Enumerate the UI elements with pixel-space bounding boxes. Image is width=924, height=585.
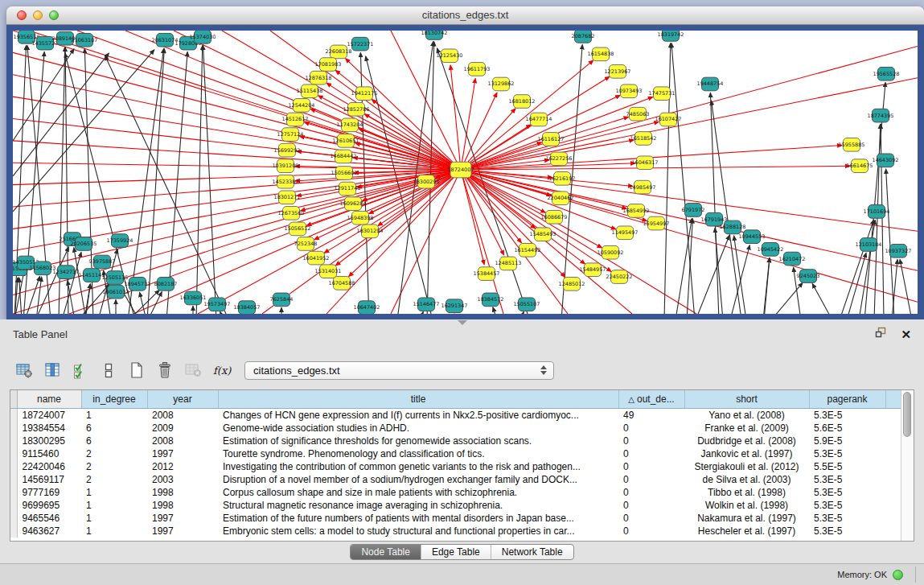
network-canvas[interactable]: 2260831817081983128763181511543812544204… <box>13 31 918 314</box>
table-row[interactable]: 1456911722003Disruption of a novel membe… <box>10 473 901 486</box>
row-selection-icon[interactable] <box>96 358 121 382</box>
column-header-title[interactable]: title <box>218 390 618 409</box>
table-cell: Hescheler et al. (1997) <box>684 525 809 538</box>
graph-node[interactable]: 8082187 <box>154 278 178 291</box>
show-columns-icon[interactable] <box>39 358 65 382</box>
graph-node[interactable]: 15314031 <box>315 265 342 278</box>
graph-node[interactable]: 19611793 <box>464 63 491 76</box>
graph-node[interactable]: 18724007 <box>448 162 474 178</box>
graph-node[interactable]: 13129862 <box>488 77 515 91</box>
graph-node[interactable]: 15384457 <box>474 267 500 281</box>
graph-node[interactable]: 18301294 <box>357 225 384 238</box>
table-row[interactable]: 977716911998Corpus callosum shape and si… <box>10 486 901 499</box>
column-header-outde[interactable]: △out_de... <box>618 390 684 409</box>
graph-node[interactable]: 7485063 <box>626 107 650 121</box>
graph-node[interactable]: 16046317 <box>632 156 659 170</box>
table-row[interactable]: 946554611997Estimation of the future num… <box>10 512 901 525</box>
graph-node[interactable]: 22608318 <box>326 45 352 59</box>
graph-node[interactable]: 12757124 <box>277 128 304 142</box>
graph-node[interactable]: 10945422 <box>758 243 784 257</box>
column-header-indegree[interactable]: in_degree <box>81 390 147 409</box>
graph-node[interactable]: 16116127 <box>538 133 565 146</box>
graph-node[interactable]: 16154838 <box>588 47 614 61</box>
graph-node[interactable]: 14523382 <box>273 175 299 188</box>
tab-edge-table[interactable]: Edge Table <box>421 545 491 559</box>
table-selector-dropdown[interactable]: citations_edges.txt <box>244 361 554 380</box>
graph-node[interactable]: 6791972 <box>682 204 705 217</box>
graph-node[interactable]: 15699292 <box>274 143 301 157</box>
graph-node[interactable]: 10391209 <box>273 159 299 173</box>
graph-node[interactable]: 16041952 <box>303 251 330 265</box>
graph-node[interactable]: 11495497 <box>612 226 639 240</box>
graph-node[interactable]: 12103184 <box>856 238 882 252</box>
graph-node[interactable]: 18384057 <box>234 301 261 314</box>
table-row[interactable]: 1830029562008Estimation of significance … <box>10 435 901 447</box>
graph-node[interactable]: 18319742 <box>658 31 684 41</box>
close-panel-icon[interactable]: ✕ <box>901 328 911 340</box>
table-row[interactable]: 2242004622012Investigating the contribut… <box>10 460 901 473</box>
float-panel-icon[interactable] <box>875 327 888 341</box>
column-header-pagerank[interactable]: pagerank <box>809 390 885 409</box>
graph-node[interactable]: 18774395 <box>868 109 894 122</box>
graph-node[interactable]: 7625844 <box>270 293 294 307</box>
column-header-name[interactable]: name <box>17 390 81 409</box>
tab-node-table[interactable]: Node Table <box>351 545 421 559</box>
graph-node[interactable]: 16291347 <box>441 299 468 313</box>
table-scrollbar-thumb[interactable] <box>903 392 911 437</box>
graph-node[interactable]: 93975887 <box>89 255 116 269</box>
graph-node[interactable]: 9245023 <box>797 270 820 283</box>
column-header-year[interactable]: year <box>147 390 218 409</box>
memory-status-icon[interactable] <box>893 570 903 580</box>
graph-node[interactable]: 19565528 <box>873 67 900 80</box>
node-label: 93975887 <box>89 258 116 265</box>
graph-node[interactable]: 14643092 <box>873 154 899 167</box>
graph-node[interactable]: 18384572 <box>478 293 504 307</box>
function-builder-icon[interactable]: f(x) <box>208 358 234 382</box>
graph-node[interactable]: 12485113 <box>495 257 522 270</box>
graph-node[interactable]: 19448754 <box>697 77 724 91</box>
table-row[interactable]: 946362711997Embryonic stem cells: a mode… <box>10 525 901 538</box>
graph-node[interactable]: 18301271 <box>274 191 301 204</box>
graph-node[interactable]: 2087682 <box>572 31 595 43</box>
graph-node[interactable]: 17359924 <box>107 234 133 248</box>
graph-node[interactable]: 16154492 <box>515 243 541 257</box>
graph-node[interactable]: 12213967 <box>605 65 631 79</box>
graph-node[interactable]: 17475731 <box>649 87 676 101</box>
table-row[interactable]: 969969511998Structural magnetic resonanc… <box>10 499 901 512</box>
delete-table-icon[interactable] <box>180 358 206 382</box>
table-row[interactable]: 1938455462009Genome-wide association stu… <box>10 422 901 435</box>
new-column-icon[interactable] <box>124 358 150 382</box>
graph-node[interactable]: 16336051 <box>180 291 207 305</box>
graph-node[interactable]: 12485012 <box>559 278 585 291</box>
graph-node[interactable]: 16096284 <box>340 197 367 211</box>
tab-network-table[interactable]: Network Table <box>491 545 573 559</box>
graph-node[interactable]: 12544204 <box>289 99 315 113</box>
graph-node[interactable]: 16518542 <box>630 132 657 146</box>
graph-node[interactable]: 16614675 <box>847 159 873 173</box>
graph-node[interactable]: 17081983 <box>315 58 342 72</box>
delete-column-icon[interactable] <box>152 358 178 382</box>
column-selection-icon[interactable] <box>68 358 93 382</box>
graph-node[interactable]: 14985497 <box>630 180 656 194</box>
graph-node[interactable]: 10647402 <box>354 301 380 314</box>
node-label: 18774395 <box>868 113 894 119</box>
network-window-titlebar[interactable]: citations_edges.txt <box>6 6 924 25</box>
table-row[interactable]: 911546021997Tourette syndrome. Phenomeno… <box>10 447 901 460</box>
graph-node[interactable]: 7252348 <box>294 237 318 251</box>
table-row[interactable]: 1872400712008Changes of HCN gene express… <box>10 409 901 422</box>
column-header-short[interactable]: short <box>684 390 809 409</box>
table-mode-icon[interactable] <box>11 358 37 382</box>
table-scrollbar[interactable] <box>901 390 914 541</box>
graph-node[interactable]: 15955885 <box>839 138 865 151</box>
graph-node[interactable]: 19573497 <box>204 298 231 311</box>
graph-node[interactable]: 12125430 <box>437 49 463 63</box>
graph-node[interactable]: 15055107 <box>514 298 540 311</box>
graph-node[interactable]: 15954997 <box>643 216 670 230</box>
graph-node[interactable]: 18130742 <box>421 31 448 39</box>
graph-node[interactable]: 12673560 <box>278 207 305 220</box>
graph-node[interactable]: 16818012 <box>509 95 536 109</box>
graph-node[interactable]: 12342737 <box>53 266 80 279</box>
graph-node[interactable]: 17101694 <box>864 205 890 219</box>
graph-node[interactable]: 15146477 <box>413 298 440 311</box>
graph-node[interactable]: 10937327 <box>885 244 912 257</box>
